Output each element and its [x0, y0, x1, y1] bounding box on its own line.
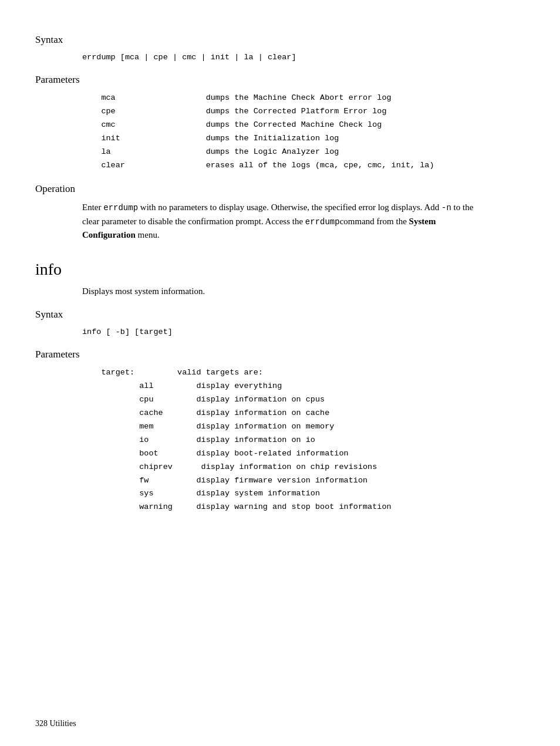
page-footer: 328 Utilities — [35, 719, 76, 728]
errdump-operation-heading: Operation — [35, 183, 525, 195]
info-syntax-code: info [ -b] [target] — [82, 326, 525, 338]
errdump-code-inline-3: errdump — [305, 217, 340, 227]
errdump-parameters-heading: Parameters — [35, 74, 525, 86]
errdump-syntax-code: errdump [mca | cpe | cmc | init | la | c… — [82, 52, 525, 63]
system-config-bold: System Configuration — [82, 217, 436, 240]
errdump-code-inline-1: errdump — [103, 203, 138, 212]
info-description: Displays most system information. — [82, 285, 478, 298]
errdump-operation-text: Enter errdump with no parameters to disp… — [82, 201, 478, 242]
info-parameters-heading: Parameters — [35, 349, 525, 360]
errdump-syntax-heading: Syntax — [35, 34, 525, 46]
info-section-heading: info — [35, 260, 525, 279]
errdump-code-inline-2: -n — [441, 203, 451, 212]
info-syntax-heading: Syntax — [35, 309, 525, 320]
info-params-table: target: valid targets are: all display e… — [82, 366, 525, 514]
errdump-params-table: mca dumps the Machine Check Abort error … — [82, 92, 525, 173]
